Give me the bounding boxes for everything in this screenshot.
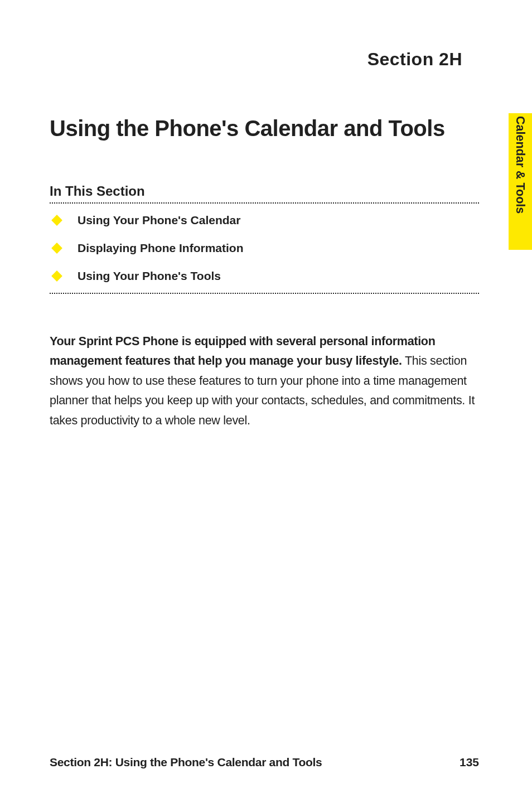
page-title: Using the Phone's Calendar and Tools [50,113,479,143]
list-item-label: Using Your Phone's Tools [78,269,221,283]
body-paragraph: Your Sprint PCS Phone is equipped with s… [50,332,479,431]
toc-list: Using Your Phone's Calendar Displaying P… [50,214,479,283]
diamond-bullet-icon [51,270,62,282]
side-tab: Calendar & Tools [509,113,532,250]
divider-top [50,202,479,204]
subsection-title: In This Section [50,183,479,199]
page-number: 135 [460,756,479,769]
list-item: Using Your Phone's Calendar [50,214,479,227]
diamond-bullet-icon [51,243,62,254]
page-footer: Section 2H: Using the Phone's Calendar a… [50,756,479,769]
divider-bottom [50,293,479,294]
body-intro-bold: Your Sprint PCS Phone is equipped with s… [50,335,436,367]
section-label: Section 2H [50,49,479,70]
side-tab-label: Calendar & Tools [513,116,527,214]
list-item-label: Displaying Phone Information [78,241,244,255]
list-item: Using Your Phone's Tools [50,269,479,283]
list-item-label: Using Your Phone's Calendar [78,214,240,227]
list-item: Displaying Phone Information [50,241,479,255]
diamond-bullet-icon [51,215,62,226]
page-content: Section 2H Using the Phone's Calendar an… [0,0,532,431]
footer-section-title: Section 2H: Using the Phone's Calendar a… [50,756,322,769]
